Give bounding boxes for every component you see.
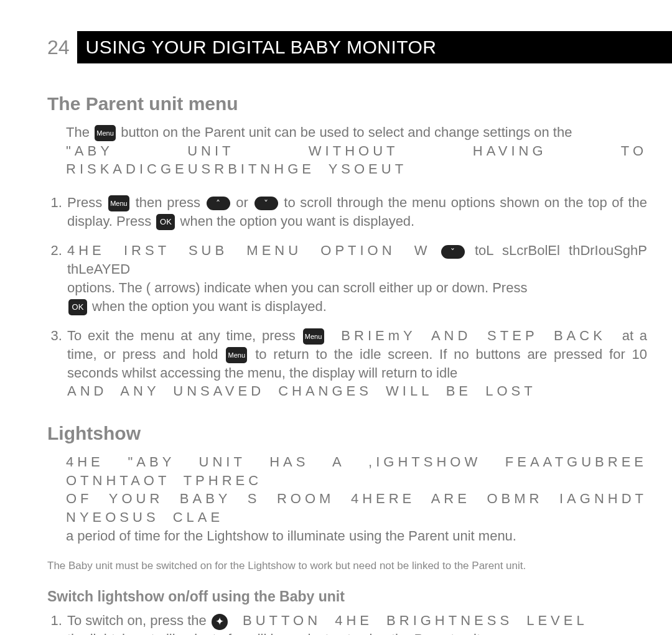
star-icon: ✦ [212, 614, 228, 630]
text: or [231, 195, 253, 210]
ok-icon: OK [156, 214, 175, 230]
step-2: 4HE IRST SUB MENU OPTION W ˅ toL sLcrBol… [66, 241, 647, 315]
text: To exit the menu at any time, press [67, 328, 302, 343]
section-heading-parent-menu: The Parent unit menu [47, 93, 647, 114]
garbled-text: BUTTON 4HE BRIGHTNESS LEVEL [229, 613, 588, 628]
up-arrow-icon: ˄ [207, 197, 230, 210]
garbled-text: 4HE IRST SUB MENU OPTION W [67, 243, 431, 258]
text: button on the Parent unit can be used to… [117, 124, 572, 140]
text: To switch on, press the [67, 613, 210, 628]
lightshow-p2-garbled: OF YOUR BABY S ROOM 4HERE ARE OBMR IAGNH… [66, 489, 647, 526]
lightshow-steps: To switch on, press the ✦ BUTTON 4HE BRI… [47, 611, 647, 635]
text: Press [67, 195, 107, 210]
menu-icon: Menu [303, 328, 324, 345]
lightshow-p3: a period of time for the Lightshow to il… [66, 527, 647, 545]
text: options. The ( arrows) indicate when you… [67, 280, 527, 295]
text: when the option you want is displayed. [176, 213, 414, 229]
garbled-text: AND ANY UNSAVED CHANGES WILL BE LOST [67, 383, 536, 399]
text: the lightshow to illuminate for will be … [67, 631, 484, 635]
menu-icon: Menu [108, 195, 129, 211]
text: The [66, 124, 93, 140]
menu-icon: Menu [95, 125, 116, 141]
text: when the option you want is displayed. [88, 299, 327, 314]
lightshow-step-1: To switch on, press the ✦ BUTTON 4HE BRI… [66, 611, 647, 635]
subheading-switch-lightshow: Switch lightshow on/off using the Baby u… [47, 588, 647, 605]
down-arrow-icon: ˅ [254, 197, 278, 210]
page-content: The Parent unit menu The Menu button on … [47, 93, 647, 635]
section-heading-lightshow: Lightshow [47, 423, 647, 444]
page-title: USING YOUR DIGITAL BABY MONITOR [77, 31, 672, 63]
lightshow-p1-garbled: 4HE "ABY UNIT HAS A ,IGHTSHOW FEAATGUBRE… [66, 453, 647, 489]
lightshow-note: The Baby unit must be switched on for th… [47, 560, 647, 572]
text: then press [131, 195, 205, 210]
garbled-text: BRIEmY AND STEP BACK [325, 328, 622, 343]
step-1: Press Menu then press ˄ or ˅ to scroll t… [66, 193, 647, 230]
step-3: To exit the menu at any time, press Menu… [66, 327, 647, 401]
menu-icon: Menu [226, 347, 247, 363]
header-bar: 24 USING YOUR DIGITAL BABY MONITOR [47, 31, 672, 63]
intro-paragraph: The Menu button on the Parent unit can b… [47, 123, 647, 142]
ok-icon: OK [68, 299, 87, 315]
down-arrow-icon: ˅ [441, 245, 465, 259]
steps-list: Press Menu then press ˄ or ˅ to scroll t… [47, 193, 647, 401]
intro-paragraph-garbled: "ABY UNIT WITHOUT HAVING TO RISKADICGEUS… [47, 142, 647, 178]
page-number: 24 [47, 36, 77, 59]
